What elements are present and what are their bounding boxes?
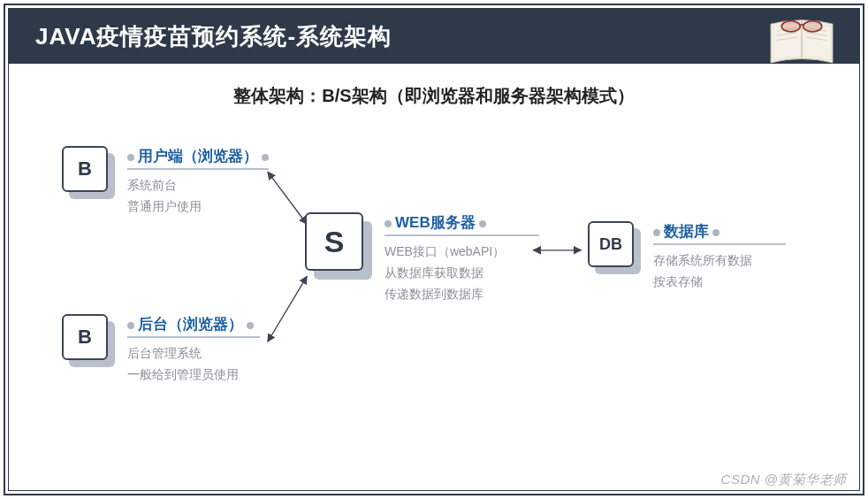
svg-point-7 bbox=[803, 21, 822, 32]
node-desc: 一般给到管理员使用 bbox=[127, 365, 260, 386]
node-desc: WEB接口（webAPI） bbox=[385, 242, 539, 263]
book-icon bbox=[762, 12, 841, 74]
node-desc: 普通用户使用 bbox=[127, 196, 269, 218]
badge-label: B bbox=[62, 146, 108, 192]
node-database: DB 数据库 存储系统所有数据 按表存储 bbox=[588, 221, 786, 293]
slide-title: JAVA疫情疫苗预约系统-系统架构 bbox=[35, 21, 392, 52]
badge-wrap: DB bbox=[588, 221, 637, 271]
badge-label: S bbox=[305, 212, 363, 271]
node-desc: 从数据库获取数据 bbox=[385, 263, 539, 284]
node-desc: 传递数据到数据库 bbox=[385, 284, 539, 305]
node-title: 数据库 bbox=[653, 221, 786, 245]
node-desc: 系统前台 bbox=[127, 175, 269, 196]
node-web-server: S WEB服务器 WEB接口（webAPI） 从数据库获取数据 传递数据到数据库 bbox=[305, 212, 539, 304]
slide-header: JAVA疫情疫苗预约系统-系统架构 bbox=[9, 9, 859, 64]
node-desc: 后台管理系统 bbox=[127, 343, 260, 365]
svg-line-9 bbox=[268, 276, 307, 342]
badge-wrap: S bbox=[305, 212, 369, 276]
svg-point-6 bbox=[781, 21, 800, 32]
diagram-area: B 用户端（浏览器） 系统前台 普通用户使用 B 后台（浏览器） 后台管理系统 … bbox=[0, 124, 868, 472]
subtitle: 整体架构：B/S架构（即浏览器和服务器架构模式） bbox=[0, 84, 868, 108]
watermark: CSDN @黄菊华老师 bbox=[721, 472, 847, 488]
node-desc: 按表存储 bbox=[653, 272, 786, 293]
node-client-browser: B 用户端（浏览器） 系统前台 普通用户使用 bbox=[62, 146, 269, 218]
badge-label: B bbox=[62, 314, 108, 360]
node-admin-browser: B 后台（浏览器） 后台管理系统 一般给到管理员使用 bbox=[62, 314, 260, 386]
node-title: 后台（浏览器） bbox=[127, 314, 260, 338]
node-title: WEB服务器 bbox=[385, 212, 539, 236]
svg-line-8 bbox=[268, 172, 307, 224]
node-title: 用户端（浏览器） bbox=[127, 146, 269, 170]
node-desc: 存储系统所有数据 bbox=[653, 250, 786, 272]
badge-label: DB bbox=[588, 221, 634, 267]
badge-wrap: B bbox=[62, 146, 111, 196]
badge-wrap: B bbox=[62, 314, 111, 364]
